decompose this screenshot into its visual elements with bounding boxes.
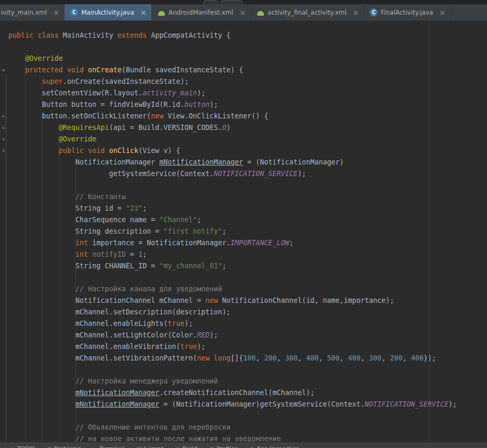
fold-marker[interactable]: > <box>1 124 6 132</box>
code-line: mNotificationManager.createNotificationC… <box>8 387 457 399</box>
statusbar-item-profiler[interactable]: ◔Profiler <box>209 445 237 448</box>
code-line <box>8 41 457 53</box>
terminal-icon: ▪ <box>93 446 97 448</box>
java-class-icon: C <box>370 8 378 16</box>
statusbar-item-label: App Inspection <box>257 445 300 448</box>
problems-icon: ● <box>47 446 52 448</box>
code-line: // Обьявление интентов для переброски <box>8 422 457 433</box>
editor-tab[interactable]: ivity_main.xml× <box>0 4 64 20</box>
statusbar-item-build[interactable]: ◆Build <box>176 445 197 448</box>
close-icon[interactable]: × <box>140 9 147 16</box>
close-icon[interactable]: × <box>439 9 446 16</box>
logcat-icon: ▤ <box>137 446 141 448</box>
code-line: // Настройка канала для уведомлений <box>8 283 457 295</box>
editor-tab[interactable]: CFinalActivity.java× <box>364 4 451 20</box>
code-line: mChannel.setDescription(description); <box>8 307 457 318</box>
code-line: protected void onCreate(Bundle savedInst… <box>8 64 457 76</box>
code-line: String CHANNEL_ID = "my_channel_01"; <box>8 260 457 272</box>
code-line <box>8 410 457 422</box>
code-line: NotificationChannel mChannel = new Notif… <box>8 295 457 307</box>
statusbar-item-label: Build <box>183 445 197 448</box>
tab-bar: ivity_main.xml×CMainActivity.java×Androi… <box>0 4 487 21</box>
tab-label: AndroidManifest.xml <box>169 9 234 16</box>
close-icon[interactable]: × <box>239 9 246 16</box>
fold-marker[interactable]: > <box>1 113 6 120</box>
code-line: mChannel.enableVibration(true); <box>8 341 457 353</box>
code-line: mChannel.setLightColor(Color.RED); <box>8 330 457 341</box>
code-line: int importance = NotificationManager.IMP… <box>8 237 457 249</box>
java-class-icon: C <box>70 8 78 16</box>
fold-marker[interactable]: > <box>1 67 6 74</box>
code-line: mChannel.enableLights(true); <box>8 318 457 330</box>
android-icon <box>257 8 264 16</box>
editor-tab[interactable]: CMainActivity.java× <box>64 4 152 20</box>
statusbar-item-label: Logcat <box>144 445 163 448</box>
statusbar-item-label: TODO <box>17 445 35 448</box>
editor-tab[interactable]: activity_final_activity.xml× <box>251 4 364 20</box>
toolbar-widget[interactable] <box>220 1 242 4</box>
code-line: int notifyID = 1; <box>8 249 457 260</box>
statusbar-item-label: Terminal <box>99 445 124 448</box>
statusbar-item-label: Problems <box>54 445 81 448</box>
code-line: CharSequence name = "Channel"; <box>8 214 457 226</box>
code-line: setContentView(R.layout.activity_main); <box>8 88 457 99</box>
top-toolbar-strip <box>0 0 487 4</box>
code-line <box>8 180 457 191</box>
close-icon[interactable]: × <box>353 9 359 16</box>
code-line: Button button = findViewById(R.id.button… <box>8 99 457 111</box>
code-line: NotificationManager mNotificationManager… <box>8 157 457 168</box>
editor[interactable]: public class MainActivity extends AppCom… <box>0 21 487 442</box>
code-line: button.setOnClickListener(new View.OnCli… <box>8 111 457 122</box>
todo-icon: ≡ <box>10 446 15 448</box>
statusbar-item-label: Profiler <box>217 445 237 448</box>
close-icon[interactable]: × <box>53 9 60 16</box>
build-icon: ◆ <box>176 446 180 448</box>
tab-label: FinalActivity.java <box>381 9 433 16</box>
code-line: public class MainActivity extends AppCom… <box>8 30 457 41</box>
code-line: // на новое активити после нажатия на ув… <box>8 433 457 442</box>
statusbar-item-todo[interactable]: ≡TODO <box>10 445 35 448</box>
app-inspection-icon: ◉ <box>250 446 254 448</box>
code-line: mChannel.setVibrationPattern(new long[]{… <box>8 353 457 364</box>
statusbar-item-app-inspection[interactable]: ◉App Inspection <box>250 445 300 448</box>
android-icon <box>158 8 165 16</box>
code-line: @Override <box>8 53 457 64</box>
code-line <box>8 272 457 283</box>
statusbar-item-logcat[interactable]: ▤Logcat <box>137 445 163 448</box>
code-line: getSystemService(Context.NOTIFICATION_SE… <box>8 168 457 180</box>
code-area[interactable]: public class MainActivity extends AppCom… <box>8 30 457 442</box>
code-line: mNotificationManager = (NotificationMana… <box>8 399 457 410</box>
editor-tab[interactable]: AndroidManifest.xml× <box>152 4 251 20</box>
tab-label: ivity_main.xml <box>1 9 47 16</box>
fold-marker[interactable]: > <box>1 136 6 143</box>
statusbar-item-problems[interactable]: ●Problems <box>47 445 81 448</box>
code-line: public void onClick(View v) { <box>8 145 457 157</box>
code-line: // Константы <box>8 191 457 203</box>
code-line <box>8 364 457 376</box>
tool-window-bar: ≡TODO●Problems▪Terminal▤Logcat◆Build◔Pro… <box>0 442 487 448</box>
fold-marker[interactable]: > <box>1 147 6 155</box>
code-line: @RequiresApi(api = Build.VERSION_CODES.O… <box>8 122 457 134</box>
toolbar-widget[interactable] <box>203 1 218 4</box>
code-line: @Override <box>8 134 457 145</box>
statusbar-item-terminal[interactable]: ▪Terminal <box>93 445 124 448</box>
profiler-icon: ◔ <box>209 446 214 448</box>
code-line: // Настройка менеджера уведомлений <box>8 376 457 387</box>
tab-label: MainActivity.java <box>81 9 134 16</box>
tab-label: activity_final_activity.xml <box>268 9 347 16</box>
code-line: String description = "first notify"; <box>8 226 457 237</box>
code-line: String id = "23"; <box>8 203 457 214</box>
code-line: super.onCreate(savedInstanceState); <box>8 76 457 88</box>
